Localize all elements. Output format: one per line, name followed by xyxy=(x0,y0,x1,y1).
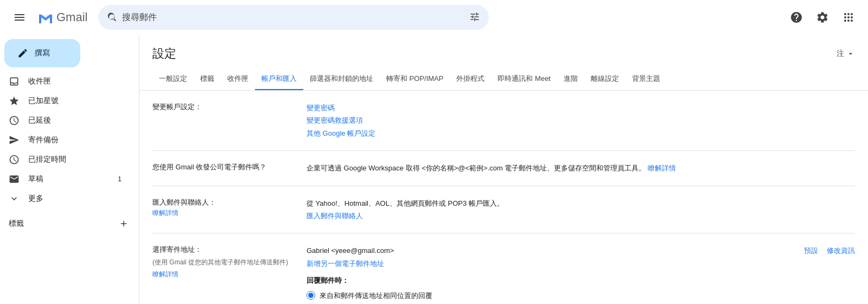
more-expand-item[interactable]: 更多 xyxy=(0,189,139,208)
send-as-label: 選擇寄件地址： (使用 Gmail 從您的其他電子郵件地址傳送郵件) 瞭解詳情 xyxy=(152,244,293,304)
search-bar xyxy=(98,5,489,30)
reply-same-radio[interactable] xyxy=(307,291,315,300)
import-learn-more-link[interactable]: 瞭解詳情 xyxy=(152,209,178,217)
import-mail-text: 從 Yahoo!、Hotmail、AOL、其他網頁郵件或 POP3 帳戶匯入。 xyxy=(307,199,504,207)
tab-addons[interactable]: 外掛程式 xyxy=(450,68,491,91)
tab-inbox[interactable]: 收件匣 xyxy=(221,68,255,91)
sidebar-item-scheduled[interactable]: 已排定時間 xyxy=(0,150,130,169)
send-as-learn-more-link[interactable]: 瞭解詳情 xyxy=(152,269,178,279)
settings-title: 設定 xyxy=(152,46,176,62)
sidebar-drafts-label: 草稿 xyxy=(28,174,109,184)
labels-title: 標籤 xyxy=(9,219,24,229)
search-input[interactable] xyxy=(122,12,465,22)
company-email-label: 您使用 Gmail 收發公司電子郵件嗎？ xyxy=(152,162,293,174)
sidebar-sent-label: 寄件備份 xyxy=(28,135,122,145)
reply-section: 回覆郵件時： 來自和郵件傳送地址相同位置的回覆 永遠從預設的地址回覆 (目前是 … xyxy=(307,274,855,304)
compose-button[interactable]: 撰寫 xyxy=(4,39,80,67)
send-as-sublabel: (使用 Gmail 從您的其他電子郵件地址傳送郵件) xyxy=(152,257,293,267)
settings-row-import-mail: 匯入郵件與聯絡人： 瞭解詳情 從 Yahoo!、Hotmail、AOL、其他網頁… xyxy=(152,186,855,234)
tab-general[interactable]: 一般設定 xyxy=(152,68,194,91)
gmail-logo: Gmail xyxy=(37,9,87,26)
sidebar-starred-label: 已加星號 xyxy=(28,96,122,106)
drafts-icon xyxy=(9,174,20,185)
labels-section: 標籤 xyxy=(0,213,139,235)
schedule-icon xyxy=(9,154,20,165)
settings-header: 設定 注 xyxy=(139,35,868,62)
help-button[interactable] xyxy=(786,7,807,28)
tab-advanced[interactable]: 進階 xyxy=(557,68,584,91)
reply-radio-group: 來自和郵件傳送地址相同位置的回覆 永遠從預設的地址回覆 (目前是 i.mysel… xyxy=(307,289,855,304)
other-google-account-link[interactable]: 其他 Google 帳戶設定 xyxy=(307,129,375,137)
change-account-label: 變更帳戶設定： xyxy=(152,102,293,140)
add-icon xyxy=(119,219,129,229)
import-mail-label: 匯入郵件與聯絡人： 瞭解詳情 xyxy=(152,197,293,223)
sidebar-item-sent[interactable]: 寄件備份 xyxy=(0,130,130,150)
tab-labels[interactable]: 標籤 xyxy=(194,68,221,91)
reply-same-label: 來自和郵件傳送地址相同位置的回覆 xyxy=(320,289,432,302)
main-layout: 撰寫 收件匣 已加星號 已延後 寄件備份 已排定時間 草稿 1 xyxy=(0,35,868,304)
import-mail-contacts-link[interactable]: 匯入郵件與聯絡人 xyxy=(307,212,363,220)
company-email-content: 企業可透過 Google Workspace 取得 <你的名稱>@<範例>.co… xyxy=(307,162,855,174)
company-email-learn-more-link[interactable]: 瞭解詳情 xyxy=(648,164,676,172)
reply-same-option: 來自和郵件傳送地址相同位置的回覆 xyxy=(307,289,855,302)
sidebar: 撰寫 收件匣 已加星號 已延後 寄件備份 已排定時間 草稿 1 xyxy=(0,35,139,304)
settings-row-company-email: 您使用 Gmail 收發公司電子郵件嗎？ 企業可透過 Google Worksp… xyxy=(152,151,855,186)
send-as-address: Gabriel <yeee@gmail.com> xyxy=(307,244,394,257)
sidebar-item-inbox[interactable]: 收件匣 xyxy=(0,72,130,91)
gmail-logo-text: Gmail xyxy=(56,10,87,24)
snooze-icon xyxy=(9,115,20,126)
search-icon xyxy=(107,12,118,23)
add-label-button[interactable] xyxy=(117,217,130,230)
hamburger-menu-button[interactable] xyxy=(9,7,30,28)
tab-chat[interactable]: 即時通訊和 Meet xyxy=(491,68,557,91)
company-email-text: 企業可透過 Google Workspace 取得 <你的名稱>@<範例>.co… xyxy=(307,164,646,172)
drafts-badge: 1 xyxy=(118,175,122,183)
tab-accounts[interactable]: 帳戶和匯入 xyxy=(255,68,303,91)
send-as-content: Gabriel <yeee@gmail.com> 預設 修改資訊 新增另一個電子… xyxy=(307,244,855,304)
search-tune-icon[interactable] xyxy=(469,11,480,24)
sidebar-item-snoozed[interactable]: 已延後 xyxy=(0,111,130,130)
settings-note-label: 注 xyxy=(837,49,844,59)
compose-icon xyxy=(17,48,28,59)
tab-themes[interactable]: 背景主題 xyxy=(626,68,667,91)
tab-offline[interactable]: 離線設定 xyxy=(584,68,626,91)
change-password-link[interactable]: 變更密碼 xyxy=(307,104,335,112)
settings-row-send-as: 選擇寄件地址： (使用 Gmail 從您的其他電子郵件地址傳送郵件) 瞭解詳情 … xyxy=(152,233,855,304)
topbar-right xyxy=(786,7,859,28)
send-as-actions: 預設 修改資訊 xyxy=(804,244,855,257)
compose-label: 撰寫 xyxy=(35,48,50,58)
sidebar-item-starred[interactable]: 已加星號 xyxy=(0,91,130,111)
apps-button[interactable] xyxy=(838,7,859,28)
dropdown-arrow-icon xyxy=(846,49,855,58)
more-label: 更多 xyxy=(28,194,43,204)
expand-more-icon xyxy=(9,193,20,204)
change-account-content: 變更密碼 變更密碼救援選項 其他 Google 帳戶設定 xyxy=(307,102,855,140)
import-mail-content: 從 Yahoo!、Hotmail、AOL、其他網頁郵件或 POP3 帳戶匯入。 … xyxy=(307,197,855,223)
tab-filters[interactable]: 篩選器和封鎖的地址 xyxy=(303,68,380,91)
preset-link[interactable]: 預設 xyxy=(804,244,818,257)
add-another-email-link[interactable]: 新增另一個電子郵件地址 xyxy=(307,259,384,268)
edit-info-link[interactable]: 修改資訊 xyxy=(827,244,855,257)
sidebar-inbox-label: 收件匣 xyxy=(28,77,122,86)
settings-note-button[interactable]: 注 xyxy=(837,49,855,59)
content-area: 設定 注 一般設定 標籤 收件匣 帳戶和匯入 篩選器和封鎖的地址 轉寄和 POP… xyxy=(139,35,868,304)
settings-row-change-account: 變更帳戶設定： 變更密碼 變更密碼救援選項 其他 Google 帳戶設定 xyxy=(152,91,855,151)
settings-tabs: 一般設定 標籤 收件匣 帳戶和匯入 篩選器和封鎖的地址 轉寄和 POP/IMAP… xyxy=(139,68,868,91)
topbar: Gmail xyxy=(0,0,868,35)
sidebar-scheduled-label: 已排定時間 xyxy=(28,155,122,164)
gmail-m-icon xyxy=(37,9,54,26)
reply-section-title: 回覆郵件時： xyxy=(307,276,349,284)
settings-button[interactable] xyxy=(812,7,833,28)
sidebar-item-drafts[interactable]: 草稿 1 xyxy=(0,169,130,189)
sidebar-snoozed-label: 已延後 xyxy=(28,116,122,125)
star-icon xyxy=(9,96,20,106)
tab-forwarding[interactable]: 轉寄和 POP/IMAP xyxy=(380,68,450,91)
inbox-icon xyxy=(9,76,20,87)
send-icon xyxy=(9,135,20,145)
change-password-recovery-link[interactable]: 變更密碼救援選項 xyxy=(307,116,363,124)
settings-body: 變更帳戶設定： 變更密碼 變更密碼救援選項 其他 Google 帳戶設定 您使用… xyxy=(139,91,868,304)
